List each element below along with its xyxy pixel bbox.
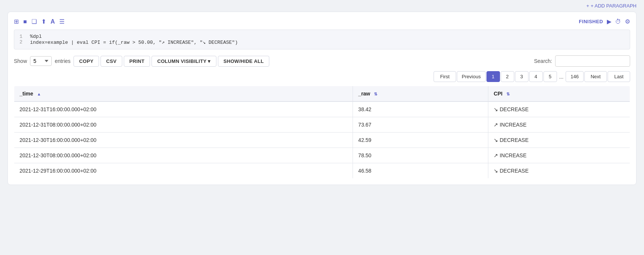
code-line-2: 2 index=example | eval CPI = if(_raw > 5… [20, 39, 624, 45]
page-146-button[interactable]: 146 [566, 71, 584, 82]
show-hide-all-button[interactable]: SHOW/HIDE ALL [218, 56, 269, 67]
entries-select[interactable]: 5 10 25 50 100 [30, 56, 52, 66]
search-input[interactable] [555, 55, 630, 67]
cell-time-2: 2021-12-30T16:00:00.000+02:00 [14, 133, 353, 148]
code-text-1: %dpl [30, 34, 42, 39]
cell-raw-3: 78.50 [353, 148, 488, 163]
table-row: 2021-12-30T16:00:00.000+02:0042.59↘ DECR… [14, 133, 630, 148]
action-buttons: COPY CSV PRINT COLUMN VISIBILITY SHOW/HI… [74, 56, 269, 67]
toolbar: ⊞ ■ ❏ ⬆ A ☰ FINISHED ▶ ⏱ ⚙ [14, 18, 630, 25]
table-header-row: _time ▲ _raw ⇅ CPI ⇅ [14, 86, 630, 102]
pagination-row: First Previous 1 2 3 4 5 ... 146 Next La… [14, 71, 630, 82]
copy-file-icon[interactable]: ❏ [32, 18, 37, 25]
controls-row: Show 5 10 25 50 100 entries COPY CSV PRI… [14, 55, 630, 67]
first-page-button[interactable]: First [434, 71, 456, 82]
clock-icon[interactable]: ⏱ [615, 18, 621, 25]
cell-cpi-1: ↗ INCREASE [488, 117, 630, 133]
finished-label: FINISHED [579, 19, 603, 24]
plus-icon: + [586, 3, 589, 9]
line-number-1: 1 [20, 34, 24, 39]
table-row: 2021-12-30T08:00:00.000+02:0078.50↗ INCR… [14, 148, 630, 163]
list-icon[interactable]: ☰ [59, 18, 65, 25]
last-page-button[interactable]: Last [608, 71, 630, 82]
run-icon[interactable]: ▶ [607, 18, 611, 25]
upload-icon[interactable]: ⬆ [41, 18, 46, 25]
cell-cpi-3: ↗ INCREASE [488, 148, 630, 163]
cell-raw-1: 73.67 [353, 117, 488, 133]
controls-left: Show 5 10 25 50 100 entries COPY CSV PRI… [14, 56, 269, 67]
data-table: _time ▲ _raw ⇅ CPI ⇅ 2021-12-31T16:00:00… [14, 86, 630, 179]
toolbar-right: FINISHED ▶ ⏱ ⚙ [579, 18, 630, 25]
add-paragraph-button[interactable]: + + ADD PARAGRAPH [586, 3, 636, 9]
sort-icon-raw: ⇅ [374, 92, 377, 96]
cell-time-4: 2021-12-29T16:00:00.000+02:00 [14, 163, 353, 179]
cell-cpi-0: ↘ DECREASE [488, 101, 630, 117]
page-5-button[interactable]: 5 [543, 71, 557, 82]
column-visibility-button[interactable]: COLUMN VISIBILITY [152, 56, 216, 67]
col-header-raw[interactable]: _raw ⇅ [353, 86, 488, 102]
grid-icon[interactable]: ⊞ [14, 18, 19, 25]
next-page-button[interactable]: Next [584, 71, 607, 82]
table-row: 2021-12-31T08:00:00.000+02:0073.67↗ INCR… [14, 117, 630, 133]
code-block: 1 %dpl 2 index=example | eval CPI = if(_… [14, 30, 630, 49]
cell-time-1: 2021-12-31T08:00:00.000+02:00 [14, 117, 353, 133]
cell-time-3: 2021-12-30T08:00:00.000+02:00 [14, 148, 353, 163]
controls-right: Search: [534, 55, 630, 67]
copy-button[interactable]: COPY [74, 56, 99, 67]
gear-icon[interactable]: ⚙ [625, 18, 630, 25]
table-row: 2021-12-31T16:00:00.000+02:0038.42↘ DECR… [14, 101, 630, 117]
cell-cpi-4: ↘ DECREASE [488, 163, 630, 179]
sort-icon-cpi: ⇅ [506, 92, 510, 96]
col-header-cpi[interactable]: CPI ⇅ [488, 86, 630, 102]
cell-raw-2: 42.59 [353, 133, 488, 148]
entries-label: entries [55, 58, 71, 64]
page-1-button[interactable]: 1 [486, 71, 500, 82]
page-3-button[interactable]: 3 [515, 71, 528, 82]
sort-icon-time: ▲ [37, 92, 41, 96]
previous-page-button[interactable]: Previous [457, 71, 486, 82]
code-line-1: 1 %dpl [20, 34, 624, 39]
page-2-button[interactable]: 2 [501, 71, 514, 82]
cell-raw-4: 46.58 [353, 163, 488, 179]
cell-time-0: 2021-12-31T16:00:00.000+02:00 [14, 101, 353, 117]
print-button[interactable]: PRINT [124, 56, 150, 67]
show-label: Show [14, 58, 27, 64]
text-icon[interactable]: A [51, 18, 55, 25]
csv-button[interactable]: CSV [101, 56, 122, 67]
save-icon[interactable]: ■ [23, 18, 27, 25]
search-label: Search: [534, 58, 552, 64]
cell-cpi-2: ↘ DECREASE [488, 133, 630, 148]
page-4-button[interactable]: 4 [529, 71, 543, 82]
ellipsis: ... [558, 72, 565, 82]
toolbar-left: ⊞ ■ ❏ ⬆ A ☰ [14, 18, 65, 25]
line-number-2: 2 [20, 39, 24, 45]
code-text-2: index=example | eval CPI = if(_raw > 50.… [30, 39, 238, 45]
main-card: ⊞ ■ ❏ ⬆ A ☰ FINISHED ▶ ⏱ ⚙ 1 %dpl 2 inde… [8, 12, 636, 185]
col-header-time[interactable]: _time ▲ [14, 86, 353, 102]
cell-raw-0: 38.42 [353, 101, 488, 117]
add-paragraph-label: + ADD PARAGRAPH [591, 3, 636, 9]
table-row: 2021-12-29T16:00:00.000+02:0046.58↘ DECR… [14, 163, 630, 179]
